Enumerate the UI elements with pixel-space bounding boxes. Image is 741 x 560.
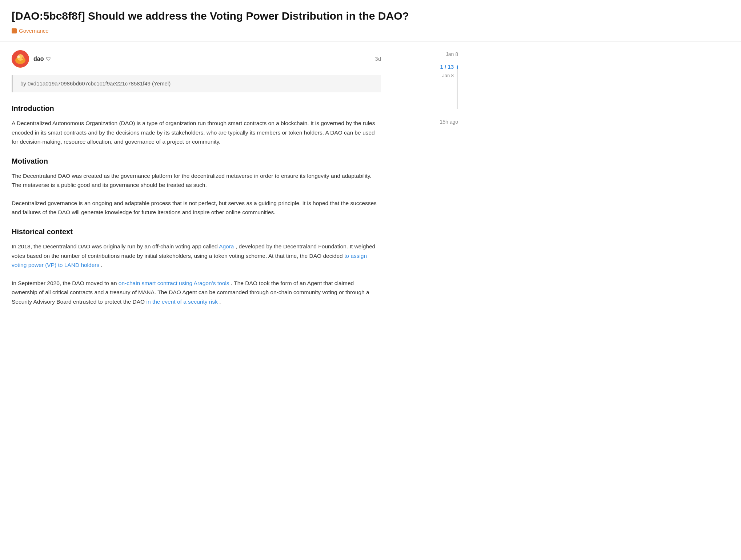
breadcrumb-dot-icon (12, 28, 17, 33)
post-age: 3d (375, 55, 381, 63)
author-name: dao 🛡 (33, 54, 51, 64)
avatar (12, 50, 29, 68)
historical-body1-prefix: In 2018, the Decentraland DAO was origin… (12, 243, 219, 249)
historical-heading: Historical context (12, 226, 381, 237)
breadcrumb[interactable]: Governance (12, 27, 729, 35)
progress-sub-date: Jan 8 (442, 72, 454, 80)
author-info: dao 🛡 (33, 54, 51, 64)
agora-link[interactable]: Agora (219, 243, 234, 249)
introduction-body: A Decentralized Autonomous Organization … (12, 119, 381, 147)
motivation-body1: The Decentraland DAO was created as the … (12, 171, 381, 190)
content-area: dao 🛡 3d by 0xd11a019a70986bd607cbc1c1f9… (0, 41, 393, 329)
motivation-body2: Decentralized governance is an ongoing a… (12, 199, 381, 217)
svg-point-4 (22, 57, 24, 59)
sidebar-text-col: 1 / 13 Jan 8 (440, 63, 454, 80)
shield-icon: 🛡 (46, 55, 51, 63)
main-layout: dao 🛡 3d by 0xd11a019a70986bd607cbc1c1f9… (0, 41, 741, 329)
header-section: [DAO:5bc8f8f] Should we address the Voti… (0, 0, 741, 41)
sidebar: Jan 8 1 / 13 Jan 8 15h ago (393, 41, 465, 329)
historical-body1-suffix: . (99, 262, 103, 268)
historical-body2: In September 2020, the DAO moved to an o… (12, 279, 381, 307)
motivation-heading: Motivation (12, 155, 381, 167)
author-row: dao 🛡 (12, 50, 51, 68)
progress-bar-container (457, 65, 458, 109)
sidebar-progress-wrapper: 1 / 13 Jan 8 (400, 63, 458, 112)
quote-text: by 0xd11a019a70986bd607cbc1c1f9ae221c785… (20, 80, 171, 87)
sidebar-bottom-date: 15h ago (400, 118, 458, 126)
progress-label: 1 / 13 (440, 63, 454, 71)
svg-point-3 (17, 56, 20, 58)
quote-block: by 0xd11a019a70986bd607cbc1c1f9ae221c785… (12, 75, 381, 92)
aragon-link[interactable]: on-chain smart contract using Aragon’s t… (119, 280, 229, 286)
security-risk-link[interactable]: in the event of a security risk (146, 299, 217, 305)
author-name-text: dao (33, 54, 44, 64)
breadcrumb-label: Governance (19, 27, 49, 35)
historical-body1: In 2018, the Decentraland DAO was origin… (12, 242, 381, 270)
historical-body2-suffix: . (218, 299, 221, 305)
page-wrapper: [DAO:5bc8f8f] Should we address the Voti… (0, 0, 741, 560)
sidebar-top-date: Jan 8 (400, 50, 458, 58)
historical-body2-prefix: In September 2020, the DAO moved to an (12, 280, 119, 286)
page-title: [DAO:5bc8f8f] Should we address the Voti… (12, 9, 729, 23)
progress-bar-fill (457, 65, 458, 69)
introduction-heading: Introduction (12, 103, 381, 114)
post-meta-row: dao 🛡 3d (12, 50, 381, 68)
